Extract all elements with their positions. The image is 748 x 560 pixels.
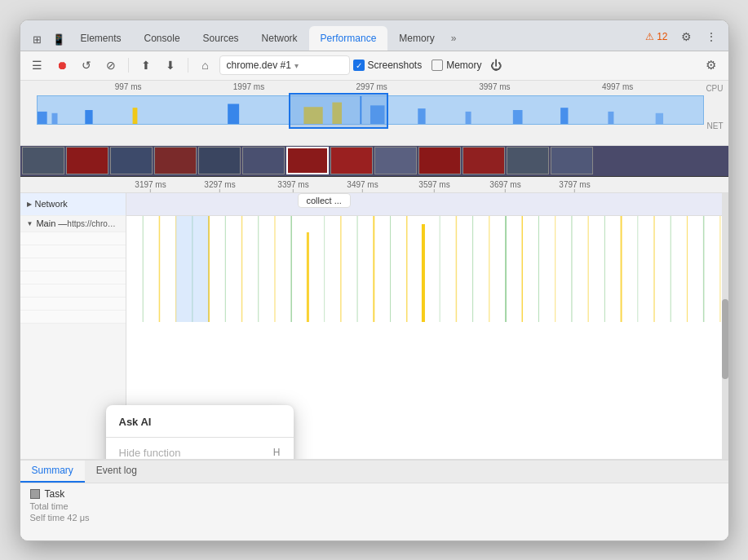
tab-console[interactable]: Console — [133, 26, 192, 51]
time-tick: 3397 ms — [277, 180, 308, 192]
tab-sources[interactable]: Sources — [192, 26, 250, 51]
ts-4: 3997 ms — [479, 82, 510, 91]
screenshot-thumb[interactable] — [154, 147, 197, 174]
sublane-5 — [20, 284, 126, 298]
tab-network[interactable]: Network — [250, 26, 309, 51]
sublane-2 — [20, 245, 126, 258]
settings-gear-icon[interactable]: ⚙ — [676, 26, 697, 47]
screenshot-thumb[interactable] — [110, 147, 153, 174]
screenshot-thumb[interactable] — [507, 147, 549, 174]
tab-performance[interactable]: Performance — [309, 26, 388, 51]
scrollbar[interactable] — [722, 193, 728, 459]
scroll-thumb[interactable] — [722, 299, 728, 379]
ctx-ask-ai-label: Ask AI — [119, 416, 152, 428]
ctx-hide-function-shortcut: H — [273, 447, 281, 458]
warning-badge[interactable]: ⚠ 12 — [640, 29, 672, 44]
screenshot-thumb[interactable] — [374, 147, 417, 174]
cpu-label: CPU — [706, 84, 723, 93]
more-options-icon[interactable]: ⋮ — [701, 26, 722, 47]
bottom-tab-summary[interactable]: Summary — [20, 461, 85, 483]
ctx-ask-ai[interactable]: Ask AI — [106, 410, 294, 434]
dropdown-arrow-icon: ▾ — [294, 61, 299, 70]
sidebar-toggle-icon[interactable]: ☰ — [27, 55, 48, 76]
download-button[interactable]: ⬇ — [160, 55, 181, 76]
screenshot-thumb-selected[interactable] — [286, 147, 329, 174]
ts-2: 1997 ms — [233, 82, 264, 91]
memory-label: Memory — [446, 60, 481, 71]
svg-rect-9 — [465, 111, 471, 123]
main-label: Main — — [36, 218, 67, 228]
time-tick: 3797 ms — [559, 180, 590, 192]
self-time-row: Self time 42 μs — [30, 513, 719, 523]
screenshot-thumb[interactable] — [551, 147, 593, 174]
bottom-tab-eventlog[interactable]: Event log — [85, 461, 148, 483]
total-time-label: Total time — [30, 501, 69, 511]
time-tick: 3497 ms — [347, 180, 378, 192]
self-time-label: Self time — [30, 513, 65, 523]
profile-selector[interactable]: chrome.dev #1 ▾ — [219, 55, 350, 75]
overview-panel: 997 ms 1997 ms 2997 ms 3997 ms 4997 ms C… — [20, 81, 728, 146]
warning-count: 12 — [657, 31, 667, 42]
main-url: https://chrome.dev/devtools-hangar/ — [67, 219, 118, 228]
time-tick: 3597 ms — [418, 180, 449, 192]
screenshot-thumb[interactable] — [463, 147, 505, 174]
screenshot-thumb[interactable] — [66, 147, 108, 174]
memory-checkbox[interactable] — [432, 60, 443, 71]
devtools-window: ⊞ 📱 Elements Console Sources Network Per… — [20, 20, 729, 541]
screenshot-strip — [20, 146, 728, 177]
screenshot-thumb[interactable] — [418, 147, 461, 174]
record-button[interactable]: ⏺ — [51, 55, 73, 76]
collect-button[interactable]: collect ... — [298, 193, 351, 208]
main-triangle-icon: ▼ — [27, 220, 33, 227]
ctx-hide-function: Hide function H — [106, 441, 294, 459]
screenshots-checkbox[interactable]: ✓ — [353, 60, 365, 71]
svg-rect-3 — [132, 108, 137, 124]
screenshot-thumb[interactable] — [242, 147, 285, 174]
performance-toolbar: ☰ ⏺ ↺ ⊘ ⬆ ⬇ ⌂ chrome.dev #1 ▾ ✓ Screensh… — [20, 51, 728, 81]
screenshot-thumb[interactable] — [22, 147, 64, 174]
warning-icon: ⚠ — [645, 31, 654, 42]
home-button[interactable]: ⌂ — [195, 55, 216, 76]
ts-5: 4997 ms — [602, 82, 633, 91]
network-lane-label[interactable]: ▶ Network — [20, 193, 126, 216]
svg-rect-13 — [655, 112, 662, 123]
profile-name: chrome.dev #1 — [227, 60, 291, 71]
bottom-content: Task Total time Self time 42 μs — [20, 483, 728, 540]
svg-rect-10 — [512, 110, 522, 124]
sublane-6 — [20, 298, 126, 311]
screenshots-label: Screenshots — [368, 60, 423, 71]
ctx-hide-function-label: Hide function — [119, 447, 181, 459]
clear-button[interactable]: ⊘ — [100, 55, 122, 76]
net-label: NET — [707, 121, 724, 130]
svg-rect-8 — [418, 108, 425, 124]
flame-chart-svg — [126, 216, 728, 322]
tab-bar: ⊞ 📱 Elements Console Sources Network Per… — [20, 20, 728, 51]
network-label: Network — [35, 199, 68, 209]
task-label: Task — [30, 488, 719, 500]
tab-memory[interactable]: Memory — [387, 26, 445, 51]
reload-record-button[interactable]: ↺ — [76, 55, 97, 76]
network-conditions-icon[interactable]: ⏻ — [485, 55, 507, 76]
time-ruler: 3197 ms 3297 ms 3397 ms 3497 ms 3597 ms … — [20, 177, 728, 193]
main-lane-label[interactable]: ▼ Main — https://chrome.dev/devtools-han… — [20, 216, 126, 232]
device-icon[interactable]: 📱 — [48, 29, 69, 51]
self-time-value: 42 μs — [67, 513, 89, 523]
svg-rect-1 — [51, 112, 57, 123]
inspector-icon[interactable]: ⊞ — [27, 29, 48, 51]
tab-elements[interactable]: Elements — [69, 26, 133, 51]
time-tick: 3297 ms — [204, 180, 235, 192]
divider2 — [188, 58, 188, 73]
time-tick: 3697 ms — [489, 180, 520, 192]
task-name: Task — [45, 488, 65, 500]
tab-more[interactable]: » — [446, 26, 462, 51]
screenshot-thumb[interactable] — [198, 147, 241, 174]
tab-action-icons: ⚠ 12 ⚙ ⋮ — [640, 26, 721, 51]
time-tick: 3197 ms — [135, 180, 166, 192]
screenshot-thumb[interactable] — [330, 147, 373, 174]
capture-settings-icon[interactable]: ⚙ — [701, 55, 722, 76]
svg-rect-0 — [38, 111, 47, 123]
screenshots-toggle: ✓ Screenshots — [353, 60, 423, 71]
upload-button[interactable]: ⬆ — [135, 55, 157, 76]
overview-selection[interactable] — [289, 93, 388, 129]
network-triangle-icon: ▶ — [27, 201, 32, 208]
